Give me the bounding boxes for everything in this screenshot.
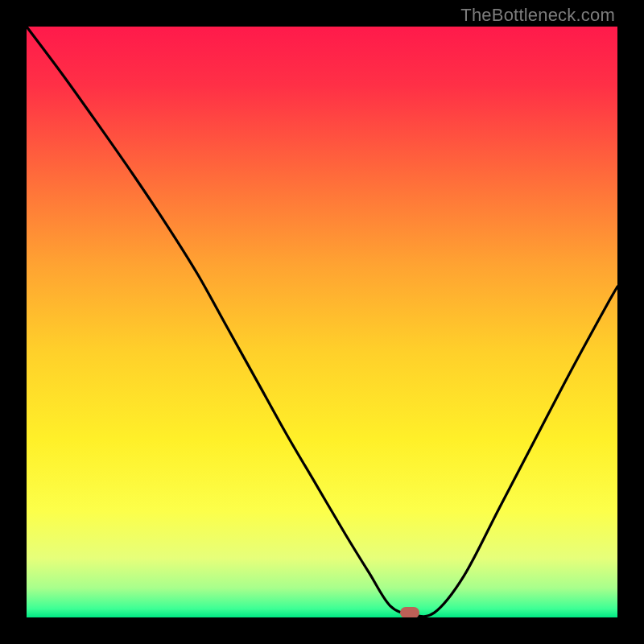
optimal-point-marker: [400, 607, 419, 617]
watermark-text: TheBottleneck.com: [460, 5, 615, 26]
chart-stage: TheBottleneck.com: [0, 0, 644, 644]
plot-area: [27, 27, 617, 617]
bottleneck-curve: [27, 27, 617, 617]
